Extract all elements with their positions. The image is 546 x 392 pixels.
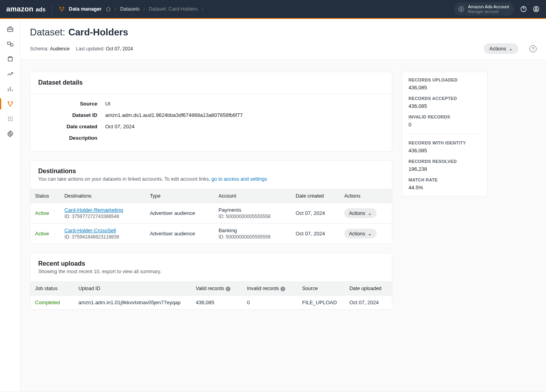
col-valid-records: Valid records [196, 286, 224, 291]
destination-link[interactable]: Card-Holder-CrossSell [65, 227, 141, 233]
page-title-prefix: Dataset: [30, 27, 65, 38]
detail-id-label: Dataset ID [38, 112, 105, 118]
chevron-down-icon: ⌄ [368, 210, 372, 216]
schema-label: Schema: [30, 46, 48, 52]
stat-identity-value: 436,085 [409, 148, 481, 153]
detail-source-value: UI [105, 101, 384, 107]
updated-value: Oct 07, 2024 [106, 46, 133, 52]
destinations-settings-link[interactable]: go to access and settings [212, 176, 267, 182]
row-actions-button[interactable]: Actions ⌄ [344, 208, 377, 218]
row-actions-button[interactable]: Actions ⌄ [344, 229, 377, 239]
created-cell: Oct 07, 2024 [291, 224, 340, 244]
destination-cell: Card-Holder-CrossSellID: 375941848823118… [60, 224, 145, 244]
home-icon[interactable] [106, 6, 111, 12]
table-row: ActiveCard-Holder-CrossSellID: 375941848… [30, 224, 392, 244]
chevron-down-icon: ⌄ [368, 231, 372, 237]
uploads-card: Recent uploads Showing the most recent 1… [30, 253, 392, 310]
uploads-heading: Recent uploads [38, 260, 384, 267]
sidebar-item-data-manager[interactable] [6, 100, 14, 108]
account-cell: BankingID: 50000000005555559 [214, 224, 291, 244]
stat-accepted-value: 436,085 [409, 103, 481, 109]
svg-rect-8 [7, 42, 11, 44]
sidebar-item-briefcase[interactable] [6, 25, 14, 33]
destinations-heading: Destinations [38, 168, 384, 175]
detail-desc-value [105, 135, 384, 141]
col-job-status: Job status [30, 282, 74, 296]
sidebar-item-reports[interactable] [6, 85, 14, 93]
breadcrumb-datasets[interactable]: Datasets [120, 6, 139, 12]
col-date-uploaded: Date uploaded [345, 282, 392, 296]
actions-cell: Actions ⌄ [340, 224, 392, 244]
stats-panel: Records Uploaded 436,085 Records Accepte… [402, 72, 488, 196]
svg-point-14 [8, 116, 9, 117]
invalid-records-cell: 0 [242, 296, 297, 310]
valid-records-cell: 436,085 [191, 296, 242, 310]
stat-identity-label: Records with Identity [409, 141, 481, 145]
user-icon[interactable] [533, 6, 540, 13]
stat-match-value: 44.5% [409, 185, 481, 190]
svg-point-0 [60, 7, 61, 8]
destination-link[interactable]: Card-Holder-Remarketing [65, 207, 141, 213]
globe-icon [458, 6, 465, 13]
svg-point-21 [9, 120, 10, 121]
account-type: Manager account [468, 9, 509, 14]
sidebar-item-media[interactable] [6, 40, 14, 48]
breadcrumb: Data manager › Datasets › Dataset: Card-… [59, 6, 203, 12]
detail-desc-label: Description [38, 135, 105, 141]
detail-source-label: Source [38, 101, 105, 107]
help-icon[interactable]: ? [529, 45, 537, 52]
details-heading: Dataset details [38, 79, 384, 86]
uploads-table: Job status Upload ID Valid recordsi Inva… [30, 281, 392, 309]
data-manager-icon [59, 6, 65, 12]
sidebar-item-apps[interactable] [6, 115, 14, 123]
svg-point-18 [9, 118, 10, 119]
destinations-table: Status Destinations Type Account Date cr… [30, 189, 392, 244]
svg-point-6 [535, 7, 537, 9]
account-switcher[interactable]: Amazon Ads Account Manager account [454, 2, 514, 15]
info-icon[interactable]: i [226, 287, 230, 291]
source-cell: FILE_UPLOAD [297, 296, 345, 310]
account-cell: PaymentsID: 50000000005555558 [214, 203, 291, 224]
svg-point-20 [8, 120, 9, 121]
updated-label: Last updated: [76, 46, 105, 52]
stat-accepted-label: Records Accepted [409, 96, 481, 101]
chevron-down-icon: ⌄ [509, 46, 513, 52]
top-header: amazon ads Data manager › Datasets › Dat… [0, 0, 546, 19]
dataset-details-card: Dataset details Source UI Dataset ID amz… [30, 72, 392, 152]
svg-point-12 [11, 102, 13, 103]
schema-value: Audience [50, 46, 70, 52]
destinations-card: Destinations You can take actions on you… [30, 160, 392, 244]
sidebar-item-trends[interactable] [6, 70, 14, 78]
destination-id: ID: 375977272743386548 [65, 214, 141, 219]
page-actions-button[interactable]: Actions⌄ [484, 43, 518, 54]
help-icon[interactable] [520, 6, 527, 13]
main-content: Dataset: Card-Holders Schema: Audience L… [20, 19, 546, 391]
info-icon[interactable]: i [280, 287, 285, 291]
sidebar-item-library[interactable] [6, 55, 14, 63]
actions-cell: Actions ⌄ [340, 203, 392, 224]
status-cell: Active [30, 203, 60, 224]
chevron-right-icon: › [202, 7, 203, 11]
col-source: Source [297, 282, 345, 296]
svg-rect-9 [10, 44, 13, 46]
destination-id: ID: 375941848823118838 [65, 234, 141, 240]
detail-created-value: Oct 07, 2024 [105, 124, 384, 129]
chevron-right-icon: › [143, 7, 145, 11]
svg-point-15 [9, 116, 10, 117]
uploads-subtext: Showing the most recent 10, export to vi… [38, 269, 384, 274]
svg-point-1 [63, 7, 64, 8]
col-upload-id: Upload ID [74, 282, 191, 296]
header-divider [52, 4, 52, 15]
created-cell: Oct 07, 2024 [291, 203, 340, 224]
col-destinations: Destinations [60, 189, 145, 203]
type-cell: Advertiser audience [145, 224, 214, 244]
brand-logo[interactable]: amazon ads [6, 5, 46, 13]
destination-cell: Card-Holder-RemarketingID: 3759772727433… [60, 203, 145, 224]
header-right: Amazon Ads Account Manager account [454, 2, 540, 15]
col-invalid-records: Invalid records [247, 286, 279, 291]
sidebar-item-settings[interactable] [6, 130, 14, 138]
stat-uploaded-label: Records Uploaded [409, 78, 481, 82]
svg-point-13 [9, 105, 11, 106]
breadcrumb-data-manager[interactable]: Data manager [69, 6, 102, 12]
stat-match-label: Match Rate [409, 178, 481, 182]
